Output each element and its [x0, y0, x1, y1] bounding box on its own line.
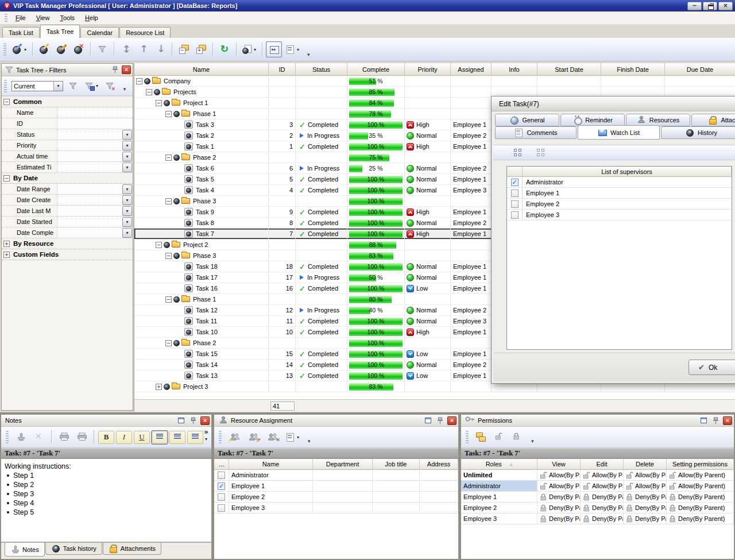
align-center-button[interactable]: [169, 431, 185, 444]
italic-button[interactable]: I: [116, 431, 132, 444]
column-header-id[interactable]: ID: [269, 63, 296, 76]
dialog-tab-general[interactable]: General: [495, 114, 559, 126]
dialog-tab-reminder[interactable]: Reminder: [560, 114, 625, 126]
toolbar-grip[interactable]: [3, 43, 6, 56]
new-subtask-button[interactable]: [36, 41, 52, 57]
permission-row[interactable]: AdministratorAllow(By Parent)Allow(By Pa…: [461, 481, 734, 492]
resource-row[interactable]: Employee 3: [214, 503, 458, 513]
bold-button[interactable]: B: [98, 431, 114, 444]
filter-row-date-comple[interactable]: Date Comple▾: [2, 227, 133, 238]
expand-section-icon[interactable]: +: [3, 241, 10, 247]
column-header-status[interactable]: Status: [296, 63, 347, 76]
collapse-node-icon[interactable]: −: [156, 242, 162, 248]
minimize-button[interactable]: −: [687, 2, 702, 10]
menu-tools[interactable]: Tools: [55, 13, 80, 23]
pin-icon[interactable]: [188, 416, 198, 425]
filter-dropdown-button[interactable]: ▾: [122, 163, 132, 172]
resource-checkbox[interactable]: [218, 472, 225, 479]
bottom-tab-task-history[interactable]: Task history: [45, 543, 102, 555]
clear-filter-button[interactable]: [102, 78, 118, 94]
column-header-assigned[interactable]: Assigned: [451, 63, 492, 76]
filter-field-value[interactable]: [57, 162, 122, 172]
menu-file[interactable]: File: [10, 13, 31, 23]
new-task-button[interactable]: ▾: [10, 41, 29, 57]
filter-field-value[interactable]: [57, 118, 133, 129]
select-all-button[interactable]: [509, 145, 525, 161]
menu-view[interactable]: View: [31, 13, 55, 23]
filter-field-value[interactable]: [57, 206, 122, 216]
resource-checkbox[interactable]: [218, 482, 225, 490]
save-filter-button[interactable]: ▾: [83, 78, 100, 94]
filter-row-estimated-ti[interactable]: Estimated Ti▾: [2, 162, 133, 173]
collapse-node-icon[interactable]: −: [165, 198, 172, 204]
filter-dropdown-button[interactable]: ▾: [122, 184, 132, 194]
filter-row-date-create[interactable]: Date Create▾: [2, 195, 133, 206]
collapse-node-icon[interactable]: −: [165, 296, 172, 303]
bottom-tab-attachments[interactable]: Attachments: [103, 543, 161, 555]
close-icon[interactable]: ×: [723, 416, 732, 425]
permission-row[interactable]: Employee 3Deny(By Parent)Deny(By Parent)…: [461, 513, 734, 524]
approve-note-button[interactable]: [13, 429, 29, 445]
filter-field-value[interactable]: [57, 107, 133, 118]
filter-row-priority[interactable]: Priority▾: [2, 140, 133, 151]
filter-row-date-last-m[interactable]: Date Last M▾: [2, 206, 133, 217]
filter-dropdown-button[interactable]: ▾: [122, 228, 132, 238]
tab-task-tree[interactable]: Task Tree: [40, 25, 80, 38]
column-header-roles[interactable]: Roles▵: [461, 459, 537, 469]
tab-task-list[interactable]: Task List: [2, 27, 40, 38]
collapse-node-icon[interactable]: −: [165, 253, 172, 259]
supervisor-row[interactable]: Employee 3: [507, 210, 732, 221]
column-header-[interactable]: ...: [214, 459, 229, 469]
supervisor-checkbox[interactable]: [511, 179, 519, 186]
print-preview-button[interactable]: [56, 429, 72, 445]
tab-calendar[interactable]: Calendar: [80, 27, 119, 38]
column-header-name[interactable]: Name: [229, 459, 313, 469]
filter-section-common[interactable]: −Common: [2, 96, 133, 107]
column-header-view[interactable]: View: [537, 459, 581, 469]
toolbar-grip[interactable]: [4, 80, 7, 92]
collapse-node-icon[interactable]: −: [165, 155, 172, 161]
collapse-all-button[interactable]: [176, 41, 192, 57]
collapse-node-icon[interactable]: −: [146, 89, 152, 95]
collapse-section-icon[interactable]: −: [3, 99, 10, 105]
dialog-tab-comments[interactable]: Comments: [495, 126, 577, 139]
permission-row[interactable]: Employee 1Deny(By Parent)Deny(By Parent)…: [461, 492, 734, 503]
filter-row-date-started[interactable]: Date Started▾: [2, 217, 133, 227]
pin-icon[interactable]: [435, 416, 444, 425]
filter-preset-select[interactable]: Current ▾: [11, 81, 63, 91]
supervisor-row[interactable]: Administrator: [507, 177, 732, 188]
columns-button[interactable]: ▾: [283, 41, 301, 57]
column-header-finish-date[interactable]: Finish Date: [601, 63, 665, 76]
column-header-job-title[interactable]: Job title: [373, 459, 420, 469]
move-down-button[interactable]: [152, 41, 168, 57]
filter-dropdown-button[interactable]: ▾: [122, 206, 132, 216]
collapse-section-icon[interactable]: −: [3, 175, 10, 181]
allow-permission-button[interactable]: [491, 429, 507, 445]
dialog-tab-attach[interactable]: Attach: [691, 114, 735, 126]
column-header-start-date[interactable]: Start Date: [537, 63, 601, 76]
fit-width-button[interactable]: [266, 41, 282, 57]
supervisor-row[interactable]: Employee 2: [507, 199, 732, 210]
supervisor-checkbox[interactable]: [511, 211, 519, 219]
deselect-all-button[interactable]: [532, 145, 548, 161]
remove-assignment-button[interactable]: [264, 429, 281, 445]
ok-button[interactable]: ✔ Ok: [688, 360, 735, 375]
filter-section-custom-fields[interactable]: +Custom Fields: [2, 249, 133, 260]
align-right-button[interactable]: [187, 431, 203, 444]
filter-dropdown-button[interactable]: ▾: [122, 130, 132, 140]
dropdown-arrow-icon[interactable]: ▾: [205, 437, 207, 442]
filter-row-date-range[interactable]: Date Range▾: [2, 184, 133, 195]
filter-field-value[interactable]: [57, 227, 122, 238]
restore-icon[interactable]: [176, 416, 185, 425]
tab-resource-list[interactable]: Resource List: [119, 27, 171, 38]
column-header-edit[interactable]: Edit: [581, 459, 624, 469]
column-header-complete[interactable]: Complete: [347, 63, 405, 76]
expand-node-icon[interactable]: +: [156, 384, 162, 390]
permission-row[interactable]: Employee 2Deny(By Parent)Deny(By Parent)…: [461, 503, 734, 513]
edit-assignment-button[interactable]: [245, 429, 262, 445]
filter-field-value[interactable]: [57, 217, 122, 227]
column-header-name[interactable]: Name: [134, 63, 269, 76]
print-button[interactable]: [74, 429, 90, 445]
collapse-node-icon[interactable]: −: [165, 340, 172, 346]
overflow-more-button[interactable]: [119, 85, 133, 94]
